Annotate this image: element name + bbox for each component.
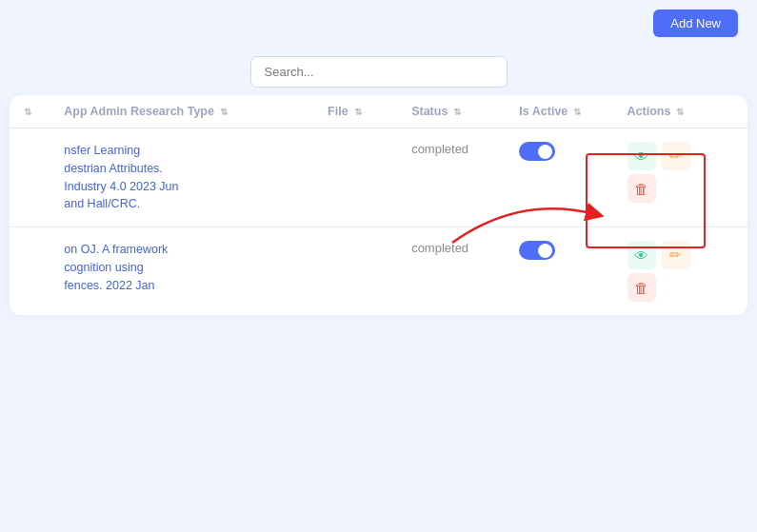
sort-icon-file: ⇅ [354, 107, 362, 117]
table-row: on OJ. A frameworkcognition usingfences.… [10, 227, 747, 316]
sort-icon-num: ⇅ [24, 107, 31, 117]
view-button-1[interactable]: 👁 [628, 142, 656, 170]
view-icon-1: 👁 [634, 148, 648, 165]
action-row-top-2: 👁 ✏ [628, 241, 690, 269]
sort-icon-active: ⇅ [573, 107, 581, 117]
col-header-num: ⇅ [10, 95, 52, 128]
research-text-1: nsfer Learningdestrian Attributes.Indust… [64, 144, 178, 210]
toggle-slider-1 [519, 142, 555, 161]
row-actions-2: 👁 ✏ 🗑 [616, 227, 747, 316]
delete-button-2[interactable]: 🗑 [628, 273, 656, 302]
edit-icon-2: ✏ [669, 246, 682, 264]
search-input-wrap [250, 56, 508, 88]
col-label-status: Status [411, 105, 448, 118]
edit-icon-1: ✏ [669, 148, 682, 165]
table-row: nsfer Learningdestrian Attributes.Indust… [10, 128, 747, 227]
row-active-2 [508, 227, 615, 316]
data-table: ⇅ App Admin Research Type ⇅ File ⇅ [10, 95, 747, 315]
edit-button-2[interactable]: ✏ [662, 241, 690, 269]
delete-icon-1: 🗑 [634, 181, 648, 197]
delete-icon-2: 🗑 [634, 280, 648, 296]
page-wrapper: Add New ⇅ App Admin Research Type ⇅ [0, 0, 757, 532]
row-research-1: nsfer Learningdestrian Attributes.Indust… [52, 128, 316, 227]
table-card: ⇅ App Admin Research Type ⇅ File ⇅ [10, 95, 747, 315]
action-row-bottom-2: 🗑 [628, 273, 656, 302]
status-badge-1: completed [411, 142, 468, 156]
actions-cell-1: 👁 ✏ 🗑 [628, 142, 736, 203]
row-research-2: on OJ. A frameworkcognition usingfences.… [52, 227, 316, 316]
sort-icon-status: ⇅ [453, 107, 461, 117]
row-file-1 [316, 128, 400, 227]
row-status-2: completed [400, 227, 508, 316]
row-actions-1: 👁 ✏ 🗑 [616, 128, 747, 227]
search-input[interactable] [250, 56, 508, 88]
top-bar: Add New [0, 0, 757, 47]
row-num-2 [10, 227, 52, 316]
sort-icon-actions: ⇅ [676, 107, 684, 117]
view-button-2[interactable]: 👁 [628, 241, 656, 269]
col-header-actions: Actions ⇅ [616, 95, 747, 128]
search-row [0, 56, 757, 88]
actions-cell-2: 👁 ✏ 🗑 [628, 241, 736, 302]
col-header-status: Status ⇅ [400, 95, 508, 128]
table-header-row: ⇅ App Admin Research Type ⇅ File ⇅ [10, 95, 747, 128]
col-header-file: File ⇅ [316, 95, 400, 128]
row-file-2 [316, 227, 400, 316]
view-icon-2: 👁 [634, 247, 648, 264]
add-new-button[interactable]: Add New [653, 10, 738, 37]
action-row-top-1: 👁 ✏ [628, 142, 690, 170]
col-label-active: Is Active [519, 105, 568, 118]
row-active-1 [508, 128, 615, 227]
action-row-bottom-1: 🗑 [628, 174, 656, 203]
delete-button-1[interactable]: 🗑 [628, 174, 656, 203]
toggle-slider-2 [519, 241, 555, 260]
col-header-active: Is Active ⇅ [508, 95, 615, 128]
toggle-active-1[interactable] [519, 142, 555, 161]
row-status-1: completed [400, 128, 508, 227]
status-badge-2: completed [411, 241, 468, 255]
col-label-file: File [328, 105, 349, 118]
edit-button-1[interactable]: ✏ [662, 142, 690, 170]
research-text-2: on OJ. A frameworkcognition usingfences.… [64, 243, 168, 292]
row-num-1 [10, 128, 52, 227]
toggle-active-2[interactable] [519, 241, 555, 260]
col-header-research: App Admin Research Type ⇅ [52, 95, 316, 128]
col-label-actions: Actions [628, 105, 671, 118]
sort-icon-research: ⇅ [220, 107, 228, 117]
col-label-research: App Admin Research Type [64, 105, 214, 118]
